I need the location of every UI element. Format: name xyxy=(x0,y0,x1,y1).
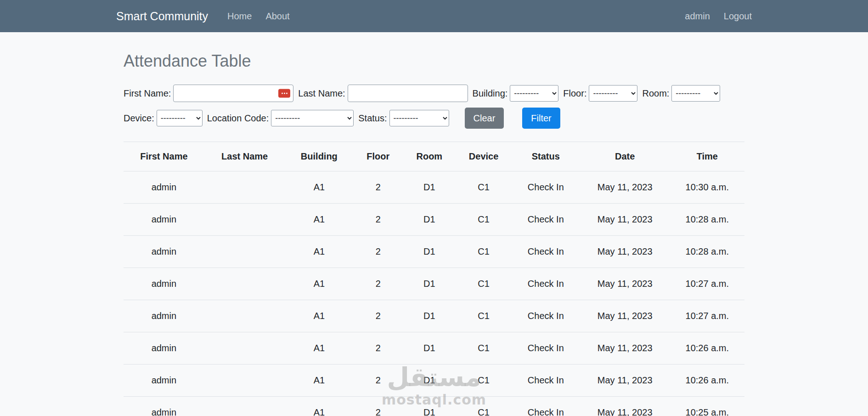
table-row: adminA12D1C1Check InMay 11, 202310:28 a.… xyxy=(124,204,744,236)
page-title: Attendance Table xyxy=(124,51,744,71)
cell-time: 10:27 a.m. xyxy=(670,268,744,300)
table-row: adminA12D1C1Check InMay 11, 202310:26 a.… xyxy=(124,365,744,397)
cell-floor: 2 xyxy=(353,300,403,332)
cell-device: C1 xyxy=(456,332,512,364)
location-code-label: Location Code: xyxy=(207,113,269,124)
column-header: Status xyxy=(512,142,580,171)
brand-link[interactable]: Smart Community xyxy=(116,10,208,23)
navbar-inner: Smart Community Home About admin Logout xyxy=(116,10,752,23)
cell-last-name xyxy=(204,365,285,396)
table-body: adminA12D1C1Check InMay 11, 202310:30 a.… xyxy=(124,171,744,416)
cell-first-name: admin xyxy=(124,236,204,268)
room-select[interactable]: --------- xyxy=(671,85,720,102)
first-name-group: First Name: xyxy=(124,85,293,102)
cell-date: May 11, 2023 xyxy=(580,365,670,396)
cell-date: May 11, 2023 xyxy=(580,397,670,416)
floor-select[interactable]: --------- xyxy=(589,85,637,102)
clear-button[interactable]: Clear xyxy=(465,108,504,129)
building-group: Building: --------- xyxy=(473,85,559,102)
table-row: adminA12D1C1Check InMay 11, 202310:28 a.… xyxy=(124,236,744,268)
device-select[interactable]: --------- xyxy=(157,110,203,126)
cell-last-name xyxy=(204,300,285,332)
cell-room: D1 xyxy=(403,204,456,235)
column-header: Floor xyxy=(353,142,403,171)
cell-room: D1 xyxy=(403,332,456,364)
cell-building: A1 xyxy=(285,397,354,416)
main-content: Attendance Table First Name: Last Name: … xyxy=(124,51,744,416)
last-name-group: Last Name: xyxy=(298,85,468,102)
cell-first-name: admin xyxy=(124,204,204,235)
table-header-row: First NameLast NameBuildingFloorRoomDevi… xyxy=(124,142,744,171)
cell-device: C1 xyxy=(456,365,512,396)
cell-time: 10:26 a.m. xyxy=(670,365,744,396)
cell-first-name: admin xyxy=(124,365,204,396)
cell-status: Check In xyxy=(512,397,580,416)
cell-date: May 11, 2023 xyxy=(580,300,670,332)
filter-button[interactable]: Filter xyxy=(522,108,560,129)
status-label: Status: xyxy=(358,113,387,124)
cell-date: May 11, 2023 xyxy=(580,236,670,268)
cell-status: Check In xyxy=(512,171,580,203)
nav-item-home[interactable]: Home xyxy=(227,11,252,22)
last-name-label: Last Name: xyxy=(298,88,345,99)
cell-last-name xyxy=(204,171,285,203)
cell-time: 10:26 a.m. xyxy=(670,332,744,364)
column-header: Room xyxy=(403,142,456,171)
column-header: Time xyxy=(670,142,744,171)
cell-room: D1 xyxy=(403,365,456,396)
cell-device: C1 xyxy=(456,171,512,203)
cell-status: Check In xyxy=(512,204,580,235)
first-name-label: First Name: xyxy=(124,88,171,99)
cell-status: Check In xyxy=(512,365,580,396)
room-group: Room: --------- xyxy=(642,85,720,102)
cell-device: C1 xyxy=(456,236,512,268)
filter-row-2: Device: --------- Location Code: -------… xyxy=(124,108,744,129)
cell-status: Check In xyxy=(512,332,580,364)
floor-label: Floor: xyxy=(563,88,586,99)
room-label: Room: xyxy=(642,88,669,99)
cell-device: C1 xyxy=(456,300,512,332)
cell-time: 10:27 a.m. xyxy=(670,300,744,332)
cell-floor: 2 xyxy=(353,236,403,268)
cell-last-name xyxy=(204,268,285,300)
cell-floor: 2 xyxy=(353,268,403,300)
last-name-input[interactable] xyxy=(348,85,468,102)
nav-item-logout[interactable]: Logout xyxy=(724,11,752,22)
cell-first-name: admin xyxy=(124,332,204,364)
location-code-select[interactable]: --------- xyxy=(271,110,354,126)
nav-item-about[interactable]: About xyxy=(265,11,289,22)
first-name-input-wrap xyxy=(173,85,293,102)
cell-first-name: admin xyxy=(124,171,204,203)
filter-row-1: First Name: Last Name: Building: -------… xyxy=(124,85,744,102)
first-name-input[interactable] xyxy=(173,85,293,102)
cell-room: D1 xyxy=(403,268,456,300)
cell-room: D1 xyxy=(403,171,456,203)
cell-building: A1 xyxy=(285,204,354,235)
cell-last-name xyxy=(204,236,285,268)
cell-building: A1 xyxy=(285,236,354,268)
cell-building: A1 xyxy=(285,268,354,300)
building-select[interactable]: --------- xyxy=(510,85,558,102)
cell-room: D1 xyxy=(403,397,456,416)
attendance-table: First NameLast NameBuildingFloorRoomDevi… xyxy=(124,142,744,416)
table-row: adminA12D1C1Check InMay 11, 202310:30 a.… xyxy=(124,171,744,204)
cell-device: C1 xyxy=(456,268,512,300)
nav-item-admin[interactable]: admin xyxy=(685,11,710,22)
column-header: Date xyxy=(580,142,670,171)
autofill-extension-icon[interactable] xyxy=(278,89,290,98)
status-select[interactable]: --------- xyxy=(389,110,449,126)
table-row: adminA12D1C1Check InMay 11, 202310:27 a.… xyxy=(124,268,744,300)
column-header: First Name xyxy=(124,142,204,171)
cell-time: 10:28 a.m. xyxy=(670,236,744,268)
floor-group: Floor: --------- xyxy=(563,85,637,102)
cell-device: C1 xyxy=(456,204,512,235)
status-group: Status: --------- xyxy=(358,110,449,126)
cell-first-name: admin xyxy=(124,397,204,416)
cell-first-name: admin xyxy=(124,268,204,300)
cell-status: Check In xyxy=(512,236,580,268)
device-group: Device: --------- xyxy=(124,110,203,126)
cell-building: A1 xyxy=(285,365,354,396)
table-row: adminA12D1C1Check InMay 11, 202310:27 a.… xyxy=(124,300,744,332)
cell-building: A1 xyxy=(285,171,354,203)
cell-date: May 11, 2023 xyxy=(580,332,670,364)
